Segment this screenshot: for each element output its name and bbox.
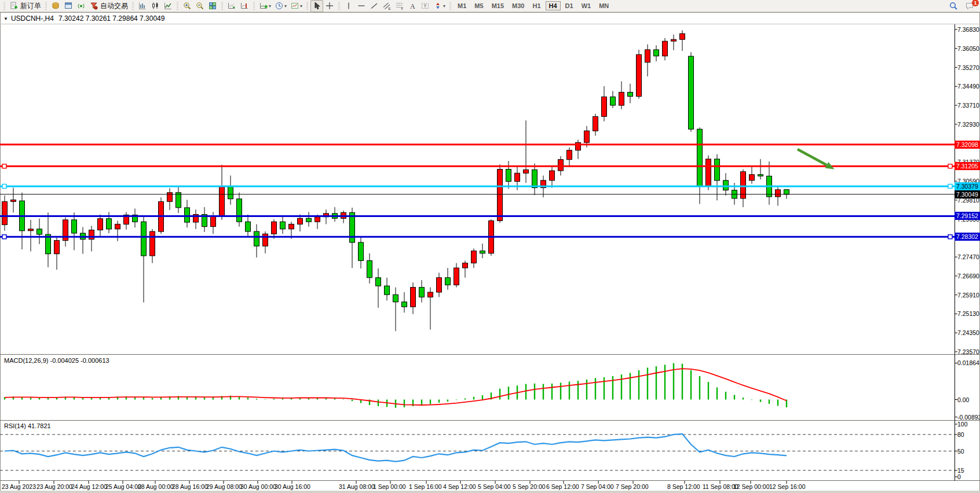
- new-order-button[interactable]: 新订单: [8, 0, 43, 12]
- bar-chart-button[interactable]: [136, 0, 149, 12]
- toolbar-grip[interactable]: [449, 2, 451, 10]
- periods-button[interactable]: ▾: [273, 0, 288, 12]
- market-watch-button[interactable]: [49, 0, 62, 12]
- timeframe-m30-button[interactable]: M30: [509, 1, 528, 10]
- time-axis-label: 12 Sep 00:00: [733, 483, 769, 490]
- candle: [776, 190, 781, 197]
- search-button[interactable]: [949, 1, 959, 12]
- candle: [463, 263, 468, 268]
- timeframe-h4-button[interactable]: H4: [546, 1, 561, 10]
- price-axis-label: 7.36830: [957, 26, 980, 33]
- vertical-line-icon: [344, 1, 353, 10]
- crosshair-button[interactable]: [323, 0, 336, 12]
- equidistant-channel-button[interactable]: E: [381, 0, 393, 12]
- line-handle[interactable]: [948, 164, 952, 168]
- timeframe-m15-button[interactable]: M15: [488, 1, 507, 10]
- candle: [723, 181, 729, 190]
- line-handle[interactable]: [2, 164, 6, 168]
- candle: [706, 159, 711, 187]
- toolbar-grip[interactable]: [306, 2, 308, 10]
- price-axis-label: 7.32930: [957, 121, 980, 128]
- new-order-label: 新订单: [20, 1, 41, 11]
- text-label-tool-button[interactable]: T: [419, 0, 432, 12]
- toolbar-grip[interactable]: [253, 2, 255, 10]
- timeframe-m5-button[interactable]: M5: [471, 1, 487, 10]
- candle: [393, 295, 398, 302]
- toolbar-grip[interactable]: [177, 2, 178, 10]
- candle: [515, 173, 520, 181]
- chart-shift-button[interactable]: [238, 0, 251, 12]
- horizontal-line-button[interactable]: [355, 0, 368, 12]
- price-tag: 7.30379: [955, 182, 980, 190]
- timeframe-w1-button[interactable]: W1: [578, 1, 595, 10]
- price-tag: 7.29152: [955, 212, 980, 220]
- zoom-out-button[interactable]: [193, 0, 206, 12]
- candle: [663, 41, 668, 56]
- candle: [359, 242, 364, 261]
- signals-button[interactable]: [75, 0, 87, 12]
- toolbar-grip[interactable]: [132, 2, 134, 10]
- candle: [385, 286, 390, 295]
- candle: [532, 170, 537, 187]
- toolbar-grip[interactable]: [221, 2, 223, 10]
- chevron-down-icon[interactable]: ▾: [443, 3, 445, 9]
- templates-button[interactable]: ▾: [288, 0, 304, 12]
- toolbar-grip[interactable]: [3, 2, 5, 10]
- data-window-button[interactable]: [62, 0, 75, 12]
- candle: [697, 129, 703, 186]
- price-axis-label: 7.33710: [957, 102, 980, 109]
- price-chart-canvas[interactable]: [0, 0, 980, 493]
- timeframe-m1-button[interactable]: M1: [454, 1, 470, 10]
- trendline-button[interactable]: [368, 0, 381, 12]
- candle: [54, 241, 60, 254]
- zoom-in-button[interactable]: [181, 0, 193, 12]
- candle: [584, 131, 590, 142]
- fibonacci-retracement-icon: F: [395, 1, 404, 10]
- search-icon: [949, 1, 958, 10]
- tile-windows-button[interactable]: [206, 0, 219, 12]
- toolbar-grip[interactable]: [45, 2, 47, 10]
- time-axis-label: 7 Sep 04:00: [581, 483, 614, 490]
- auto-trading-button[interactable]: 自动交易: [87, 0, 130, 12]
- candle: [289, 224, 294, 229]
- candle: [263, 234, 268, 246]
- timeframe-mn-button[interactable]: MN: [595, 1, 612, 10]
- candle: [454, 268, 459, 285]
- line-chart-button[interactable]: [162, 0, 174, 12]
- chevron-down-icon[interactable]: ▾: [300, 3, 302, 9]
- candle: [211, 216, 216, 227]
- candle: [671, 39, 677, 41]
- arrow-objects-button[interactable]: ▾: [432, 0, 447, 12]
- line-handle[interactable]: [2, 235, 6, 239]
- indicators-list-button[interactable]: ▾: [257, 0, 273, 12]
- candle: [749, 175, 755, 181]
- fibonacci-retracement-button[interactable]: F: [393, 0, 406, 12]
- candle: [550, 171, 555, 181]
- timeframe-h1-button[interactable]: H1: [529, 1, 544, 10]
- toolbar-grip[interactable]: [338, 2, 340, 10]
- timeframe-d1-button[interactable]: D1: [562, 1, 577, 10]
- line-handle[interactable]: [948, 184, 952, 188]
- auto-scroll-button[interactable]: [225, 0, 238, 12]
- candle: [567, 150, 572, 160]
- templates-icon: [290, 1, 299, 10]
- market-watch-icon: [51, 1, 60, 10]
- time-axis-label: 30 Aug 00:00: [240, 483, 276, 490]
- text-tool-button[interactable]: A: [406, 0, 419, 12]
- macd-axis-label: 0.00: [957, 396, 980, 403]
- cursor-button[interactable]: [310, 0, 323, 12]
- vertical-line-button[interactable]: [342, 0, 355, 12]
- collapse-chart-icon[interactable]: ▼: [3, 16, 8, 21]
- candle: [28, 229, 34, 231]
- line-handle[interactable]: [948, 235, 952, 239]
- candle: [610, 97, 616, 105]
- candlestick-chart-button[interactable]: [149, 0, 162, 12]
- chevron-down-icon[interactable]: ▾: [284, 3, 287, 9]
- notifications-button[interactable]: 1: [965, 1, 975, 12]
- candle: [376, 278, 381, 286]
- chevron-down-icon[interactable]: ▾: [269, 3, 271, 9]
- svg-text:A: A: [410, 2, 415, 10]
- candle: [637, 54, 642, 96]
- tile-windows-icon: [208, 1, 217, 10]
- line-handle[interactable]: [2, 184, 6, 188]
